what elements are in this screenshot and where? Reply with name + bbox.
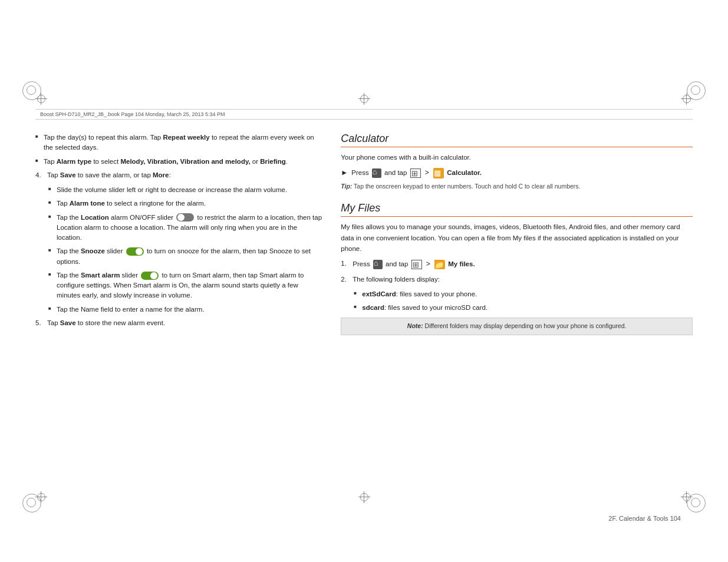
myfiles-step2: 2. The following folders display: bbox=[341, 275, 693, 285]
step-4: 4. Tap Save to save the alarm, or tap Mo… bbox=[35, 170, 323, 180]
folder-sdcard: ■ sdcard: files saved to your microSD ca… bbox=[354, 303, 693, 313]
bullet-text-alarmtype: Tap Alarm type to select Melody, Vibrati… bbox=[44, 157, 323, 167]
myfiles-step1-text: Press and tap > My files. bbox=[353, 259, 475, 269]
myfiles-step2-text: The following folders display: bbox=[353, 275, 440, 285]
myfiles-section: My Files My files allows you to manage y… bbox=[341, 202, 693, 335]
sub-dot-6: ■ bbox=[48, 305, 54, 312]
sub-alarmtone: ■ Tap Alarm tone to select a ringtone fo… bbox=[48, 199, 323, 209]
header-bar: Boost SPH-D710_MR2_JB_.book Page 104 Mon… bbox=[35, 109, 693, 120]
home-icon-2 bbox=[373, 260, 383, 269]
calculator-label: Calculator. bbox=[447, 169, 482, 176]
bullet-text-repeat: Tap the day(s) to repeat this alarm. Tap… bbox=[44, 133, 323, 153]
folder-dot-2: ■ bbox=[354, 303, 360, 310]
step-4-text: Tap Save to save the alarm, or tap More: bbox=[47, 170, 323, 180]
bullet-dot-2: ■ bbox=[35, 157, 41, 164]
folder-dot-1: ■ bbox=[354, 290, 360, 297]
bullet-dot: ■ bbox=[35, 133, 41, 140]
page-wrapper: Boost SPH-D710_MR2_JB_.book Page 104 Mon… bbox=[0, 0, 728, 562]
content-area: ■ Tap the day(s) to repeat this alarm. T… bbox=[35, 127, 693, 503]
note-box: Note: Different folders may display depe… bbox=[341, 318, 693, 335]
extsd-label: extSdCard bbox=[362, 290, 396, 297]
myfiles-label: My files. bbox=[448, 260, 475, 267]
myfiles-body: My files allows you to manage your sound… bbox=[341, 222, 693, 254]
reg-outer-tl bbox=[22, 81, 41, 100]
sub-alarmtone-text: Tap Alarm tone to select a ringtone for … bbox=[57, 199, 323, 209]
bullet-item-repeat: ■ Tap the day(s) to repeat this alarm. T… bbox=[35, 133, 323, 153]
gt-arrow: > bbox=[425, 168, 429, 177]
calculator-section: Calculator Your phone comes with a built… bbox=[341, 133, 693, 191]
smart-slider bbox=[141, 272, 159, 280]
note-text: Different folders may display depending … bbox=[423, 322, 627, 329]
tip-text: Tap the onscreen keypad to enter numbers… bbox=[354, 183, 580, 190]
sub-dot-2: ■ bbox=[48, 199, 54, 206]
right-column: Calculator Your phone comes with a built… bbox=[341, 127, 693, 503]
gt-arrow-2: > bbox=[426, 260, 430, 268]
sub-dot-4: ■ bbox=[48, 247, 54, 254]
tip-box: Tip: Tap the onscreen keypad to enter nu… bbox=[341, 182, 693, 191]
folder-extsd-text: extSdCard: files saved to your phone. bbox=[362, 289, 693, 299]
step4-subitems: ■ Slide the volume slider left or right … bbox=[35, 185, 323, 315]
home-icon bbox=[372, 168, 381, 178]
sub-name-text: Tap the Name field to enter a name for t… bbox=[57, 305, 323, 315]
folder-sdcard-text: sdcard: files saved to your microSD card… bbox=[362, 303, 693, 313]
header-text: Boost SPH-D710_MR2_JB_.book Page 104 Mon… bbox=[40, 111, 225, 117]
sub-snooze-text: Tap the Snooze slider to turn on snooze … bbox=[57, 246, 323, 267]
sub-volume-text: Slide the volume slider left or right to… bbox=[57, 185, 323, 195]
sub-volume: ■ Slide the volume slider left or right … bbox=[48, 185, 323, 195]
myfiles-title: My Files bbox=[341, 202, 693, 217]
folder-extsd: ■ extSdCard: files saved to your phone. bbox=[354, 289, 693, 299]
calc-icon bbox=[433, 168, 444, 178]
sub-smart-text: Tap the Smart alarm slider to turn on Sm… bbox=[57, 270, 323, 301]
note-label: Note: bbox=[407, 322, 423, 329]
sdcard-rest: : files saved to your microSD card. bbox=[384, 304, 487, 311]
extsd-rest: : files saved to your phone. bbox=[396, 290, 477, 297]
grid-icon-2 bbox=[411, 260, 422, 269]
step-4-num: 4. bbox=[35, 170, 47, 180]
sub-dot-1: ■ bbox=[48, 186, 54, 193]
bullet-item-alarmtype: ■ Tap Alarm type to select Melody, Vibra… bbox=[35, 157, 323, 167]
tip-label: Tip: bbox=[341, 183, 352, 190]
left-column: ■ Tap the day(s) to repeat this alarm. T… bbox=[35, 127, 323, 503]
step-5: 5. Tap Save to store the new alarm event… bbox=[35, 318, 323, 328]
myfiles-subitems: ■ extSdCard: files saved to your phone. … bbox=[341, 289, 693, 313]
sub-dot-3: ■ bbox=[48, 213, 54, 220]
arrow-symbol: ► bbox=[341, 167, 349, 178]
footer-text: 2F. Calendar & Tools 104 bbox=[608, 515, 681, 522]
location-slider bbox=[176, 213, 194, 222]
snooze-slider bbox=[126, 247, 144, 256]
calculator-arrow-item: ► Press and tap > Calculator. bbox=[341, 167, 693, 178]
sub-location-text: Tap the Location alarm ON/OFF slider to … bbox=[57, 213, 323, 243]
sdcard-label: sdcard bbox=[362, 304, 384, 311]
myfiles-step1-num: 1. bbox=[341, 259, 353, 269]
sub-snooze: ■ Tap the Snooze slider to turn on snooz… bbox=[48, 246, 323, 267]
calculator-title: Calculator bbox=[341, 133, 693, 147]
step-5-num: 5. bbox=[35, 318, 47, 328]
sub-smart: ■ Tap the Smart alarm slider to turn on … bbox=[48, 270, 323, 301]
reg-mark-tc bbox=[358, 93, 370, 105]
grid-icon bbox=[410, 168, 421, 178]
folder-icon bbox=[434, 260, 445, 269]
myfiles-step1: 1. Press and tap > My files. bbox=[341, 259, 693, 269]
sub-dot-5: ■ bbox=[48, 271, 54, 278]
calculator-instruction: Press and tap > Calculator. bbox=[351, 167, 482, 178]
step-5-text: Tap Save to store the new alarm event. bbox=[47, 318, 323, 328]
myfiles-step2-num: 2. bbox=[341, 275, 353, 285]
sub-location: ■ Tap the Location alarm ON/OFF slider t… bbox=[48, 213, 323, 243]
sub-name: ■ Tap the Name field to enter a name for… bbox=[48, 305, 323, 315]
calculator-body: Your phone comes with a built-in calcula… bbox=[341, 152, 693, 163]
reg-outer-tr bbox=[687, 81, 706, 100]
